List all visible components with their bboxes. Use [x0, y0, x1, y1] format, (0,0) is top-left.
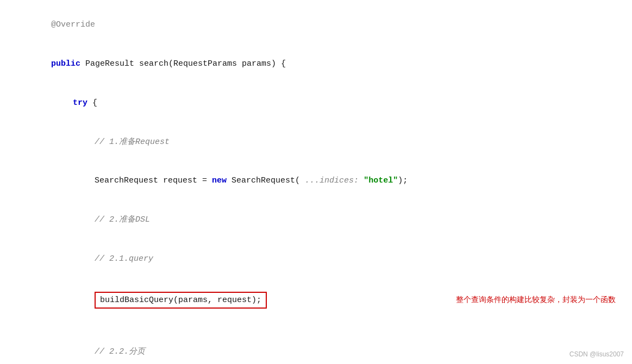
- code-line-3: try {: [0, 84, 632, 123]
- line-content-3: try {: [0, 84, 632, 122]
- line-content-1: @Override: [0, 6, 632, 44]
- closing-paren: );: [398, 176, 408, 185]
- space-after-hint: [359, 176, 364, 185]
- code-line-6: // 2.准备DSL: [0, 200, 632, 240]
- build-basic-query-boxed: buildBasicQuery(params, request);: [95, 292, 267, 309]
- comment-2-1: // 2.1.query: [95, 254, 153, 263]
- line-content-4: // 1.准备Request: [0, 123, 632, 161]
- search-request-type: SearchRequest request =: [95, 176, 212, 185]
- line-content-5: SearchRequest request = new SearchReques…: [0, 162, 632, 200]
- line-content-6: // 2.准备DSL: [0, 201, 632, 239]
- line-content-7: // 2.1.query: [0, 240, 632, 278]
- search-request-call: SearchRequest(: [227, 176, 305, 185]
- kw-public: public: [51, 59, 80, 68]
- line-content-10: // 2.2.分页: [0, 333, 632, 364]
- comment-2-2: // 2.2.分页: [95, 347, 145, 356]
- code-line-1: @Override: [0, 5, 632, 45]
- code-line-5: SearchRequest request = new SearchReques…: [0, 161, 632, 200]
- query-tooltip: 整个查询条件的构建比较复杂，封装为一个函数: [456, 294, 616, 306]
- code-line-2: public PageResult search(RequestParams p…: [0, 45, 632, 84]
- comment-1: // 1.准备Request: [95, 137, 170, 147]
- indices-hint: ...indices:: [305, 176, 359, 185]
- code-line-4: // 1.准备Request: [0, 122, 632, 161]
- code-line-8: buildBasicQuery(params, request); 整个查询条件…: [0, 278, 632, 322]
- code-line-10: // 2.2.分页: [0, 332, 632, 364]
- kw-try: try: [73, 98, 87, 108]
- code-container: @Override public PageResult search(Reque…: [0, 0, 632, 364]
- csdn-watermark: CSDN @lisus2007: [570, 349, 624, 360]
- method-sig: PageResult search(RequestParams params) …: [80, 59, 286, 68]
- annotation-override: @Override: [51, 20, 95, 29]
- string-hotel: "hotel": [364, 176, 398, 185]
- code-line-7: // 2.1.query: [0, 240, 632, 279]
- kw-new: new: [212, 176, 227, 185]
- line-content-2: public PageResult search(RequestParams p…: [0, 45, 632, 83]
- try-brace: {: [87, 98, 97, 108]
- comment-2: // 2.准备DSL: [95, 215, 150, 224]
- empty-line-1: [0, 322, 632, 332]
